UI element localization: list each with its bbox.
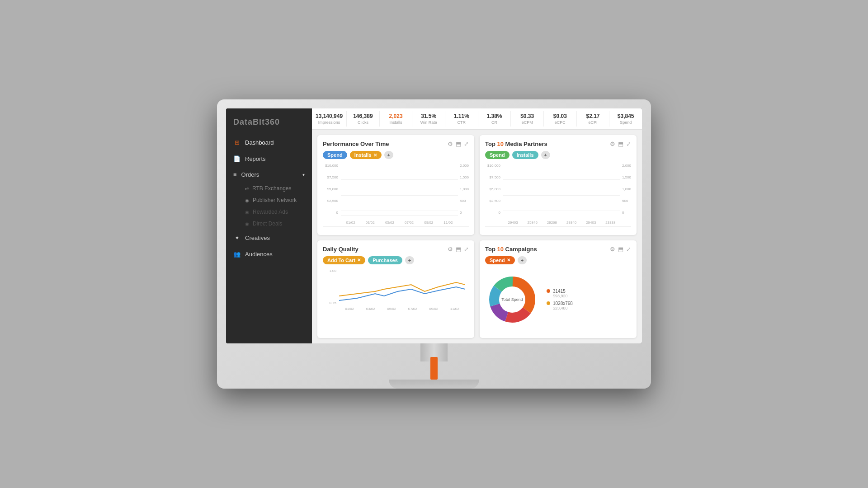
chart-title: Performance Over Time	[323, 141, 389, 147]
logo: DataBit360	[226, 114, 312, 134]
logo-text: DataBit	[233, 117, 265, 127]
stat-clicks: 146,389 Clicks	[347, 111, 380, 127]
chart-actions: ⚙ ⬒ ⤢	[448, 246, 469, 253]
screen: DataBit360 ⊞ Dashboard 📄 Reports ≡ Order…	[226, 108, 642, 343]
stat-label: eCPM	[514, 120, 540, 125]
stat-label: eCPI	[580, 120, 606, 125]
donut-area: Total Spend 31415 $93,920	[485, 269, 631, 330]
stat-value: $0.33	[514, 113, 540, 119]
sidebar-item-rewarded-ads[interactable]: ◉ Rewarded Ads	[226, 206, 312, 218]
stat-value: 13,140,949	[316, 113, 343, 119]
grid-icon: ⊞	[233, 139, 241, 146]
settings-icon[interactable]: ⚙	[610, 246, 615, 253]
stat-value: $2.17	[580, 113, 606, 119]
sidebar-item-dashboard[interactable]: ⊞ Dashboard	[226, 134, 312, 150]
chevron-icon: ▾	[302, 172, 305, 177]
stat-value: 1.11%	[449, 113, 474, 119]
stat-winrate: 31.5% Win Rate	[412, 111, 445, 127]
performance-bar-chart: $10,000$7,500$5,000$2,5000 2,0001,5001,0…	[323, 164, 469, 227]
expand-icon[interactable]: ⤢	[464, 246, 469, 253]
chart-filters: Spend Installs +	[485, 151, 631, 159]
chart-performance: Performance Over Time ⚙ ⬒ ⤢ Spend Instal…	[317, 135, 474, 235]
stat-ecpm: $0.33 eCPM	[511, 111, 544, 127]
donut-center-label: Total Spend	[501, 297, 523, 302]
sidebar-item-direct-deals[interactable]: ◉ Direct Deals	[226, 218, 312, 230]
sidebar-item-label: RTB Exchanges	[252, 185, 292, 192]
legend-item: 1028x768 $23,480	[547, 301, 573, 310]
stat-label: CTR	[449, 120, 474, 125]
add-filter[interactable]: +	[518, 256, 527, 264]
settings-icon[interactable]: ⚙	[610, 141, 615, 147]
expand-icon[interactable]: ⤢	[626, 141, 631, 147]
add-filter[interactable]: +	[405, 256, 414, 264]
download-icon[interactable]: ⬒	[618, 246, 623, 253]
close-icon[interactable]: ✕	[507, 258, 510, 263]
sidebar-item-reports[interactable]: 📄 Reports	[226, 150, 312, 167]
stat-impressions: 13,140,949 Impressions	[312, 111, 347, 127]
add-filter[interactable]: +	[541, 151, 550, 159]
stat-label: CR	[482, 120, 507, 125]
exchange-icon: ⇄	[245, 186, 249, 191]
add-filter[interactable]: +	[384, 151, 393, 159]
logo-suffix: 360	[265, 117, 280, 127]
stat-value: 2,023	[383, 113, 409, 119]
chart-filters: Spend Installs ✕ +	[323, 151, 469, 159]
filter-installs[interactable]: Installs	[512, 151, 538, 159]
main-content: 13,140,949 Impressions 146,389 Clicks 2,…	[312, 108, 642, 343]
stat-label: Impressions	[316, 120, 343, 125]
chart-daily-quality: Daily Quality ⚙ ⬒ ⤢ Add To Cart ✕ Purcha…	[317, 240, 474, 338]
chart-filters: Add To Cart ✕ Purchases +	[323, 256, 469, 264]
sidebar-item-rtb-exchanges[interactable]: ⇄ RTB Exchanges	[226, 183, 312, 194]
download-icon[interactable]: ⬒	[618, 141, 623, 147]
close-icon[interactable]: ✕	[357, 258, 361, 263]
chart-header: Daily Quality ⚙ ⬒ ⤢	[323, 246, 469, 253]
stat-label: Clicks	[350, 120, 376, 125]
chart-title: Top 10 Media Partners	[485, 141, 547, 147]
filter-purchases[interactable]: Purchases	[368, 256, 402, 264]
filter-spend[interactable]: Spend	[323, 151, 347, 159]
chart-media-partners: Top 10 Media Partners ⚙ ⬒ ⤢ Spend Instal…	[480, 135, 637, 235]
stat-value: $3,845	[613, 113, 638, 119]
creatives-icon: ✦	[233, 234, 241, 241]
list-icon: ≡	[233, 171, 237, 178]
settings-icon[interactable]: ⚙	[448, 246, 453, 253]
rewarded-icon: ◉	[245, 210, 249, 215]
stat-ctr: 1.11% CTR	[445, 111, 478, 127]
y-axis: 1.000.75	[323, 269, 338, 305]
sidebar-item-publisher-network[interactable]: ◉ Publisher Network	[226, 194, 312, 206]
charts-area: Performance Over Time ⚙ ⬒ ⤢ Spend Instal…	[312, 130, 642, 343]
stats-bar: 13,140,949 Impressions 146,389 Clicks 2,…	[312, 108, 642, 130]
audiences-icon: 👥	[233, 250, 241, 258]
sidebar-item-orders[interactable]: ≡ Orders ▾	[226, 167, 312, 183]
filter-addtocart[interactable]: Add To Cart ✕	[323, 256, 365, 264]
chart-campaigns: Top 10 Campaigns ⚙ ⬒ ⤢ Spend ✕ +	[480, 240, 637, 338]
download-icon[interactable]: ⬒	[456, 141, 461, 147]
legend-text: 31415 $93,920	[553, 289, 568, 298]
chart-header: Top 10 Media Partners ⚙ ⬒ ⤢	[485, 141, 631, 147]
stat-installs: 2,023 Installs	[380, 111, 413, 127]
settings-icon[interactable]: ⚙	[448, 141, 453, 147]
expand-icon[interactable]: ⤢	[464, 141, 469, 147]
sidebar-item-audiences[interactable]: 👥 Audiences	[226, 246, 312, 262]
stat-label: eCPC	[547, 120, 573, 125]
network-icon: ◉	[245, 198, 249, 203]
stat-value: $0.03	[547, 113, 573, 119]
download-icon[interactable]: ⬒	[456, 246, 461, 253]
expand-icon[interactable]: ⤢	[626, 246, 631, 253]
stand-base	[389, 380, 479, 389]
monitor: DataBit360 ⊞ Dashboard 📄 Reports ≡ Order…	[217, 99, 651, 389]
stat-label: Win Rate	[416, 120, 441, 125]
filter-spend[interactable]: Spend	[485, 151, 509, 159]
filter-spend[interactable]: Spend ✕	[485, 256, 515, 264]
filter-installs[interactable]: Installs ✕	[350, 151, 382, 159]
y-axis-left: $10,000$7,500$5,000$2,5000	[323, 164, 340, 216]
close-icon[interactable]: ✕	[373, 153, 377, 158]
chart-header: Performance Over Time ⚙ ⬒ ⤢	[323, 141, 469, 147]
x-labels: 294032584629268293402940323338	[503, 221, 620, 225]
deals-icon: ◉	[245, 221, 249, 226]
legend-text: 1028x768 $23,480	[553, 301, 573, 310]
y-axis-right: 2,0001,5001,0005000	[621, 164, 631, 216]
sidebar-item-creatives[interactable]: ✦ Creatives	[226, 230, 312, 246]
chart-actions: ⚙ ⬒ ⤢	[610, 246, 631, 253]
sidebar-item-label: Creatives	[245, 235, 270, 241]
